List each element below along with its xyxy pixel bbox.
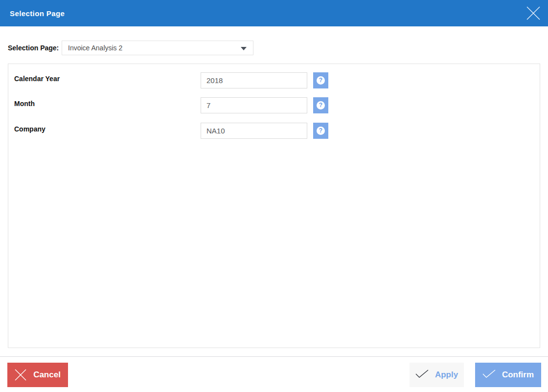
company-input[interactable] (201, 123, 307, 139)
help-icon: ? (317, 76, 325, 85)
selection-page-dialog: Selection Page Selection Page: Invoice A… (0, 0, 548, 392)
calendar-year-input[interactable] (201, 72, 307, 88)
help-icon: ? (317, 127, 325, 135)
close-button[interactable] (525, 5, 542, 22)
month-input[interactable] (201, 97, 307, 113)
apply-button-label: Apply (435, 370, 458, 380)
field-row-company: Company ? (8, 123, 540, 139)
cancel-button-label: Cancel (33, 370, 61, 380)
apply-button[interactable]: Apply (410, 363, 464, 387)
company-label: Company (14, 125, 46, 133)
month-label: Month (14, 100, 35, 108)
confirm-button-label: Confirm (502, 370, 534, 380)
selection-page-dropdown[interactable]: Invoice Analysis 2 (62, 41, 253, 55)
calendar-year-label: Calendar Year (14, 75, 60, 83)
calendar-year-help-button[interactable]: ? (313, 72, 328, 88)
field-row-month: Month ? (8, 97, 540, 113)
check-icon (415, 370, 429, 380)
footer-actions: Apply Confirm (410, 363, 541, 387)
selector-row: Selection Page: Invoice Analysis 2 (0, 41, 548, 55)
close-icon (526, 6, 541, 20)
selection-page-label: Selection Page: (8, 41, 59, 55)
company-help-button[interactable]: ? (313, 123, 328, 139)
confirm-button[interactable]: Confirm (475, 363, 541, 387)
x-icon (15, 369, 26, 381)
field-row-calendar-year: Calendar Year ? (8, 72, 540, 88)
help-icon: ? (317, 101, 325, 109)
dialog-header: Selection Page (0, 0, 548, 26)
dialog-title: Selection Page (0, 9, 65, 18)
footer-divider (0, 356, 548, 357)
selection-page-dropdown-value: Invoice Analysis 2 (62, 41, 253, 55)
chevron-down-icon (241, 47, 247, 50)
cancel-button[interactable]: Cancel (7, 363, 68, 387)
check-icon (482, 370, 496, 380)
month-help-button[interactable]: ? (313, 97, 328, 113)
parameters-panel: Calendar Year ? Month ? Company ? (8, 64, 540, 348)
